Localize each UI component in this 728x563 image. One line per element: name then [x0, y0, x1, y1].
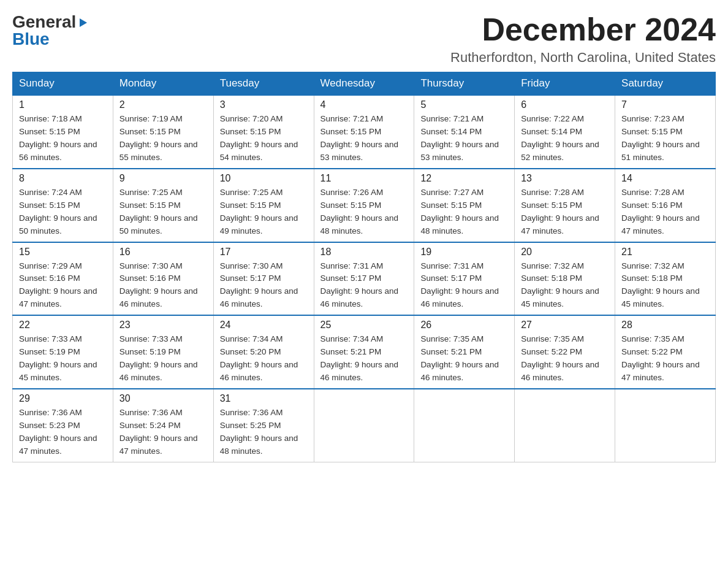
day-number: 29 [19, 393, 107, 404]
page-header: General Blue December 2024 Rutherfordton… [12, 12, 716, 66]
day-info: Sunrise: 7:18 AMSunset: 5:15 PMDaylight:… [19, 113, 107, 164]
weekday-header-wednesday: Wednesday [314, 72, 414, 96]
calendar-day-6: 6Sunrise: 7:22 AMSunset: 5:14 PMDaylight… [515, 95, 615, 169]
day-info: Sunrise: 7:32 AMSunset: 5:18 PMDaylight:… [521, 260, 609, 312]
day-number: 20 [521, 247, 609, 258]
day-number: 25 [320, 320, 408, 331]
day-info: Sunrise: 7:32 AMSunset: 5:18 PMDaylight:… [621, 260, 709, 312]
day-number: 17 [220, 247, 308, 258]
day-info: Sunrise: 7:19 AMSunset: 5:15 PMDaylight:… [119, 113, 207, 164]
day-number: 19 [420, 247, 508, 258]
calendar-day-20: 20Sunrise: 7:32 AMSunset: 5:18 PMDayligh… [515, 242, 615, 316]
day-info: Sunrise: 7:33 AMSunset: 5:19 PMDaylight:… [119, 333, 207, 385]
calendar-day-31: 31Sunrise: 7:36 AMSunset: 5:25 PMDayligh… [213, 389, 314, 462]
day-number: 3 [220, 99, 308, 110]
day-info: Sunrise: 7:27 AMSunset: 5:15 PMDaylight:… [420, 186, 508, 238]
day-info: Sunrise: 7:25 AMSunset: 5:15 PMDaylight:… [220, 186, 308, 238]
day-info: Sunrise: 7:28 AMSunset: 5:16 PMDaylight:… [621, 186, 709, 238]
svg-marker-0 [80, 18, 87, 27]
logo: General Blue [12, 12, 88, 49]
calendar-week-row-5: 29Sunrise: 7:36 AMSunset: 5:23 PMDayligh… [13, 389, 716, 462]
day-number: 2 [119, 99, 207, 110]
day-info: Sunrise: 7:21 AMSunset: 5:15 PMDaylight:… [320, 113, 408, 164]
day-number: 26 [420, 320, 508, 331]
weekday-header-saturday: Saturday [615, 72, 716, 96]
calendar-day-23: 23Sunrise: 7:33 AMSunset: 5:19 PMDayligh… [113, 315, 213, 389]
calendar-day-11: 11Sunrise: 7:26 AMSunset: 5:15 PMDayligh… [314, 169, 414, 242]
calendar-day-24: 24Sunrise: 7:34 AMSunset: 5:20 PMDayligh… [213, 315, 314, 389]
calendar-day-1: 1Sunrise: 7:18 AMSunset: 5:15 PMDaylight… [13, 95, 113, 169]
day-info: Sunrise: 7:21 AMSunset: 5:14 PMDaylight:… [420, 113, 508, 164]
calendar-day-18: 18Sunrise: 7:31 AMSunset: 5:17 PMDayligh… [314, 242, 414, 316]
calendar-day-empty [414, 389, 515, 462]
title-area: December 2024 Rutherfordton, North Carol… [450, 12, 716, 66]
weekday-header-tuesday: Tuesday [213, 72, 314, 96]
day-info: Sunrise: 7:34 AMSunset: 5:21 PMDaylight:… [320, 333, 408, 385]
day-number: 31 [220, 393, 308, 404]
calendar-day-21: 21Sunrise: 7:32 AMSunset: 5:18 PMDayligh… [615, 242, 716, 316]
day-info: Sunrise: 7:30 AMSunset: 5:17 PMDaylight:… [220, 260, 308, 312]
day-number: 4 [320, 99, 408, 110]
day-number: 22 [19, 320, 107, 331]
day-number: 6 [521, 99, 609, 110]
day-number: 11 [320, 173, 408, 184]
day-number: 16 [119, 247, 207, 258]
day-info: Sunrise: 7:35 AMSunset: 5:22 PMDaylight:… [521, 333, 609, 385]
weekday-header-row: SundayMondayTuesdayWednesdayThursdayFrid… [13, 72, 716, 96]
weekday-header-monday: Monday [113, 72, 213, 96]
calendar-day-empty [515, 389, 615, 462]
day-number: 14 [621, 173, 709, 184]
calendar-day-13: 13Sunrise: 7:28 AMSunset: 5:15 PMDayligh… [515, 169, 615, 242]
calendar-day-empty [314, 389, 414, 462]
weekday-header-friday: Friday [515, 72, 615, 96]
day-info: Sunrise: 7:36 AMSunset: 5:25 PMDaylight:… [220, 407, 308, 458]
calendar-day-25: 25Sunrise: 7:34 AMSunset: 5:21 PMDayligh… [314, 315, 414, 389]
calendar-week-row-4: 22Sunrise: 7:33 AMSunset: 5:19 PMDayligh… [13, 315, 716, 389]
calendar-day-12: 12Sunrise: 7:27 AMSunset: 5:15 PMDayligh… [414, 169, 515, 242]
day-info: Sunrise: 7:22 AMSunset: 5:14 PMDaylight:… [521, 113, 609, 164]
day-number: 5 [420, 99, 508, 110]
day-info: Sunrise: 7:29 AMSunset: 5:16 PMDaylight:… [19, 260, 107, 312]
day-number: 9 [119, 173, 207, 184]
logo-triangle-icon [77, 17, 88, 28]
day-number: 30 [119, 393, 207, 404]
calendar-day-2: 2Sunrise: 7:19 AMSunset: 5:15 PMDaylight… [113, 95, 213, 169]
calendar-day-14: 14Sunrise: 7:28 AMSunset: 5:16 PMDayligh… [615, 169, 716, 242]
day-number: 21 [621, 247, 709, 258]
calendar-day-10: 10Sunrise: 7:25 AMSunset: 5:15 PMDayligh… [213, 169, 314, 242]
calendar-week-row-3: 15Sunrise: 7:29 AMSunset: 5:16 PMDayligh… [13, 242, 716, 316]
day-number: 23 [119, 320, 207, 331]
month-title: December 2024 [450, 12, 716, 47]
calendar-day-29: 29Sunrise: 7:36 AMSunset: 5:23 PMDayligh… [13, 389, 113, 462]
logo-blue-text: Blue [12, 29, 50, 49]
day-number: 8 [19, 173, 107, 184]
day-number: 13 [521, 173, 609, 184]
calendar-table: SundayMondayTuesdayWednesdayThursdayFrid… [12, 72, 716, 462]
calendar-day-19: 19Sunrise: 7:31 AMSunset: 5:17 PMDayligh… [414, 242, 515, 316]
day-number: 7 [621, 99, 709, 110]
calendar-day-26: 26Sunrise: 7:35 AMSunset: 5:21 PMDayligh… [414, 315, 515, 389]
calendar-day-30: 30Sunrise: 7:36 AMSunset: 5:24 PMDayligh… [113, 389, 213, 462]
day-info: Sunrise: 7:34 AMSunset: 5:20 PMDaylight:… [220, 333, 308, 385]
calendar-day-22: 22Sunrise: 7:33 AMSunset: 5:19 PMDayligh… [13, 315, 113, 389]
day-number: 18 [320, 247, 408, 258]
day-info: Sunrise: 7:35 AMSunset: 5:21 PMDaylight:… [420, 333, 508, 385]
day-number: 12 [420, 173, 508, 184]
day-number: 27 [521, 320, 609, 331]
day-info: Sunrise: 7:28 AMSunset: 5:15 PMDaylight:… [521, 186, 609, 238]
calendar-week-row-1: 1Sunrise: 7:18 AMSunset: 5:15 PMDaylight… [13, 95, 716, 169]
calendar-day-16: 16Sunrise: 7:30 AMSunset: 5:16 PMDayligh… [113, 242, 213, 316]
day-number: 24 [220, 320, 308, 331]
day-info: Sunrise: 7:30 AMSunset: 5:16 PMDaylight:… [119, 260, 207, 312]
weekday-header-thursday: Thursday [414, 72, 515, 96]
day-info: Sunrise: 7:24 AMSunset: 5:15 PMDaylight:… [19, 186, 107, 238]
weekday-header-sunday: Sunday [13, 72, 113, 96]
calendar-day-7: 7Sunrise: 7:23 AMSunset: 5:15 PMDaylight… [615, 95, 716, 169]
day-number: 28 [621, 320, 709, 331]
calendar-day-empty [615, 389, 716, 462]
day-info: Sunrise: 7:36 AMSunset: 5:23 PMDaylight:… [19, 407, 107, 458]
calendar-day-5: 5Sunrise: 7:21 AMSunset: 5:14 PMDaylight… [414, 95, 515, 169]
calendar-day-15: 15Sunrise: 7:29 AMSunset: 5:16 PMDayligh… [13, 242, 113, 316]
day-info: Sunrise: 7:26 AMSunset: 5:15 PMDaylight:… [320, 186, 408, 238]
day-info: Sunrise: 7:36 AMSunset: 5:24 PMDaylight:… [119, 407, 207, 458]
